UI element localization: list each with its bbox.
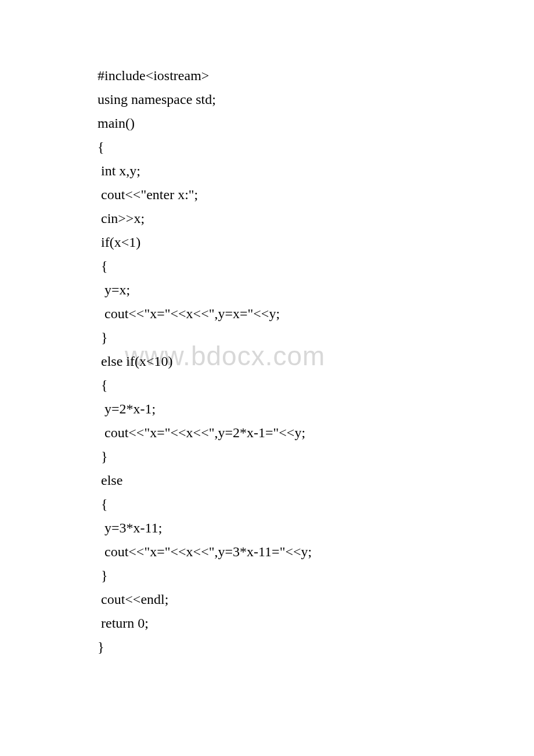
code-line: y=3*x-11; [98,516,534,540]
code-line: else if(x<10) [98,350,534,373]
code-line: { [98,373,534,397]
code-line: #include<iostream> [98,64,534,88]
code-line: cout<<endl; [98,588,534,611]
code-line: cout<<"x="<<x<<",y=3*x-11="<<y; [98,540,534,564]
code-line: int x,y; [98,159,534,183]
code-line: using namespace std; [98,88,534,111]
document-page: www.bdocx.com #include<iostream> using n… [0,0,534,659]
code-line: else [98,469,534,492]
code-block: #include<iostream> using namespace std; … [98,64,534,659]
code-line: y=2*x-1; [98,397,534,421]
code-line: cout<<"x="<<x<<",y=x="<<y; [98,302,534,326]
code-line: cout<<"enter x:"; [98,183,534,207]
code-line: { [98,254,534,278]
code-line: } [98,326,534,350]
code-line: main() [98,111,534,135]
code-line: return 0; [98,611,534,635]
code-line: } [98,445,534,469]
code-line: if(x<1) [98,231,534,254]
code-line: } [98,635,534,659]
code-line: { [98,492,534,516]
code-line: cout<<"x="<<x<<",y=2*x-1="<<y; [98,421,534,445]
code-line: y=x; [98,278,534,302]
code-line: cin>>x; [98,207,534,231]
code-line: } [98,564,534,588]
code-line: { [98,135,534,159]
